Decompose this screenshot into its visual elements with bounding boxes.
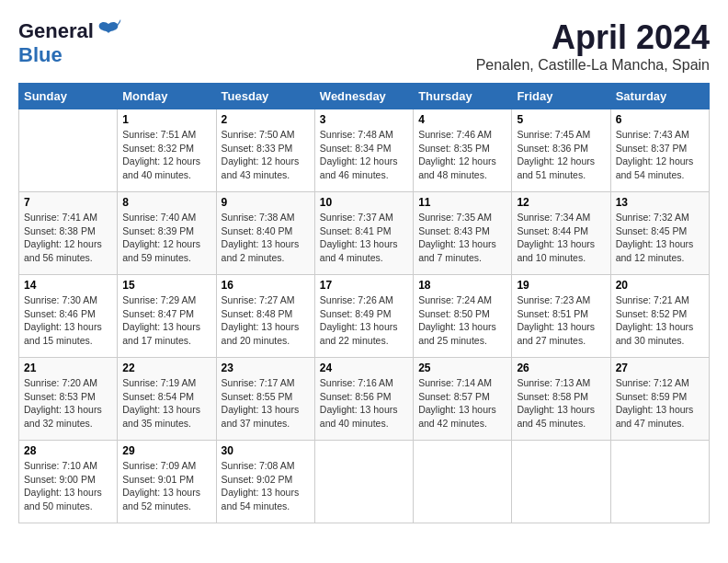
day-info: Sunrise: 7:27 AM Sunset: 8:48 PM Dayligh… bbox=[222, 293, 310, 348]
calendar-week-row: 28Sunrise: 7:10 AM Sunset: 9:00 PM Dayli… bbox=[19, 441, 710, 523]
table-row: 4Sunrise: 7:46 AM Sunset: 8:35 PM Daylig… bbox=[414, 109, 512, 192]
table-row: 29Sunrise: 7:09 AM Sunset: 9:01 PM Dayli… bbox=[118, 441, 216, 523]
table-row: 1Sunrise: 7:51 AM Sunset: 8:32 PM Daylig… bbox=[118, 109, 216, 192]
col-tuesday: Tuesday bbox=[216, 84, 314, 109]
day-number: 20 bbox=[616, 279, 704, 292]
day-info: Sunrise: 7:17 AM Sunset: 8:55 PM Dayligh… bbox=[222, 376, 310, 431]
table-row: 23Sunrise: 7:17 AM Sunset: 8:55 PM Dayli… bbox=[216, 358, 314, 441]
table-row: 18Sunrise: 7:24 AM Sunset: 8:50 PM Dayli… bbox=[414, 275, 512, 358]
day-number: 27 bbox=[616, 362, 704, 374]
col-friday: Friday bbox=[512, 84, 610, 109]
day-info: Sunrise: 7:45 AM Sunset: 8:36 PM Dayligh… bbox=[517, 128, 605, 182]
day-number: 11 bbox=[418, 196, 506, 209]
day-number: 9 bbox=[222, 196, 310, 209]
day-info: Sunrise: 7:24 AM Sunset: 8:50 PM Dayligh… bbox=[418, 293, 506, 348]
day-number: 1 bbox=[122, 113, 210, 126]
day-info: Sunrise: 7:32 AM Sunset: 8:45 PM Dayligh… bbox=[616, 211, 704, 265]
calendar-week-row: 14Sunrise: 7:30 AM Sunset: 8:46 PM Dayli… bbox=[19, 275, 710, 358]
day-info: Sunrise: 7:30 AM Sunset: 8:46 PM Dayligh… bbox=[24, 293, 112, 348]
day-number: 4 bbox=[418, 113, 506, 126]
table-row bbox=[314, 441, 413, 523]
table-row: 8Sunrise: 7:40 AM Sunset: 8:39 PM Daylig… bbox=[118, 192, 216, 275]
day-info: Sunrise: 7:37 AM Sunset: 8:41 PM Dayligh… bbox=[320, 211, 408, 265]
day-number: 22 bbox=[122, 362, 210, 374]
day-number: 2 bbox=[222, 113, 310, 126]
table-row bbox=[610, 441, 709, 523]
table-row: 28Sunrise: 7:10 AM Sunset: 9:00 PM Dayli… bbox=[19, 441, 118, 523]
table-row: 5Sunrise: 7:45 AM Sunset: 8:36 PM Daylig… bbox=[512, 109, 610, 192]
logo-bird-icon bbox=[96, 18, 121, 44]
day-info: Sunrise: 7:40 AM Sunset: 8:39 PM Dayligh… bbox=[122, 211, 210, 265]
day-info: Sunrise: 7:13 AM Sunset: 8:58 PM Dayligh… bbox=[517, 376, 605, 431]
table-row: 25Sunrise: 7:14 AM Sunset: 8:57 PM Dayli… bbox=[414, 358, 512, 441]
table-row: 9Sunrise: 7:38 AM Sunset: 8:40 PM Daylig… bbox=[216, 192, 314, 275]
day-number: 25 bbox=[418, 362, 506, 374]
day-info: Sunrise: 7:34 AM Sunset: 8:44 PM Dayligh… bbox=[517, 211, 605, 265]
title-area: April 2024 Penalen, Castille-La Mancha, … bbox=[476, 18, 710, 74]
logo-blue: Blue bbox=[18, 44, 63, 66]
table-row: 6Sunrise: 7:43 AM Sunset: 8:37 PM Daylig… bbox=[610, 109, 709, 192]
page-header: General Blue April 2024 Penalen, Castill… bbox=[18, 18, 710, 74]
day-info: Sunrise: 7:20 AM Sunset: 8:53 PM Dayligh… bbox=[24, 376, 112, 431]
day-number: 29 bbox=[122, 444, 210, 457]
day-info: Sunrise: 7:29 AM Sunset: 8:47 PM Dayligh… bbox=[122, 293, 210, 348]
day-number: 15 bbox=[122, 279, 210, 292]
col-saturday: Saturday bbox=[610, 84, 709, 109]
table-row: 17Sunrise: 7:26 AM Sunset: 8:49 PM Dayli… bbox=[314, 275, 413, 358]
day-number: 17 bbox=[320, 279, 408, 292]
calendar-table: Sunday Monday Tuesday Wednesday Thursday… bbox=[18, 83, 710, 523]
day-number: 26 bbox=[517, 362, 605, 374]
col-thursday: Thursday bbox=[414, 84, 512, 109]
table-row: 16Sunrise: 7:27 AM Sunset: 8:48 PM Dayli… bbox=[216, 275, 314, 358]
day-number: 30 bbox=[222, 444, 310, 457]
calendar-week-row: 1Sunrise: 7:51 AM Sunset: 8:32 PM Daylig… bbox=[19, 109, 710, 192]
day-number: 5 bbox=[517, 113, 605, 126]
table-row: 27Sunrise: 7:12 AM Sunset: 8:59 PM Dayli… bbox=[610, 358, 709, 441]
table-row: 15Sunrise: 7:29 AM Sunset: 8:47 PM Dayli… bbox=[118, 275, 216, 358]
table-row bbox=[19, 109, 118, 192]
day-info: Sunrise: 7:35 AM Sunset: 8:43 PM Dayligh… bbox=[418, 211, 506, 265]
table-row: 24Sunrise: 7:16 AM Sunset: 8:56 PM Dayli… bbox=[314, 358, 413, 441]
day-number: 8 bbox=[122, 196, 210, 209]
logo: General Blue bbox=[18, 18, 121, 66]
table-row bbox=[512, 441, 610, 523]
day-info: Sunrise: 7:43 AM Sunset: 8:37 PM Dayligh… bbox=[616, 128, 704, 182]
table-row: 10Sunrise: 7:37 AM Sunset: 8:41 PM Dayli… bbox=[314, 192, 413, 275]
day-info: Sunrise: 7:16 AM Sunset: 8:56 PM Dayligh… bbox=[320, 376, 408, 431]
table-row: 11Sunrise: 7:35 AM Sunset: 8:43 PM Dayli… bbox=[414, 192, 512, 275]
calendar-week-row: 7Sunrise: 7:41 AM Sunset: 8:38 PM Daylig… bbox=[19, 192, 710, 275]
day-number: 14 bbox=[24, 279, 112, 292]
table-row: 12Sunrise: 7:34 AM Sunset: 8:44 PM Dayli… bbox=[512, 192, 610, 275]
day-number: 10 bbox=[320, 196, 408, 209]
day-number: 7 bbox=[24, 196, 112, 209]
day-number: 21 bbox=[24, 362, 112, 374]
day-number: 23 bbox=[222, 362, 310, 374]
day-number: 6 bbox=[616, 113, 704, 126]
calendar-week-row: 21Sunrise: 7:20 AM Sunset: 8:53 PM Dayli… bbox=[19, 358, 710, 441]
col-wednesday: Wednesday bbox=[314, 84, 413, 109]
day-number: 18 bbox=[418, 279, 506, 292]
table-row: 26Sunrise: 7:13 AM Sunset: 8:58 PM Dayli… bbox=[512, 358, 610, 441]
day-info: Sunrise: 7:26 AM Sunset: 8:49 PM Dayligh… bbox=[320, 293, 408, 348]
day-info: Sunrise: 7:09 AM Sunset: 9:01 PM Dayligh… bbox=[122, 459, 210, 513]
day-info: Sunrise: 7:14 AM Sunset: 8:57 PM Dayligh… bbox=[418, 376, 506, 431]
col-sunday: Sunday bbox=[19, 84, 118, 109]
day-info: Sunrise: 7:21 AM Sunset: 8:52 PM Dayligh… bbox=[616, 293, 704, 348]
calendar-header-row: Sunday Monday Tuesday Wednesday Thursday… bbox=[19, 84, 710, 109]
day-number: 12 bbox=[517, 196, 605, 209]
table-row: 7Sunrise: 7:41 AM Sunset: 8:38 PM Daylig… bbox=[19, 192, 118, 275]
day-number: 28 bbox=[24, 444, 112, 457]
day-info: Sunrise: 7:38 AM Sunset: 8:40 PM Dayligh… bbox=[222, 211, 310, 265]
table-row: 2Sunrise: 7:50 AM Sunset: 8:33 PM Daylig… bbox=[216, 109, 314, 192]
table-row: 22Sunrise: 7:19 AM Sunset: 8:54 PM Dayli… bbox=[118, 358, 216, 441]
day-info: Sunrise: 7:19 AM Sunset: 8:54 PM Dayligh… bbox=[122, 376, 210, 431]
day-number: 3 bbox=[320, 113, 408, 126]
logo-general: General bbox=[18, 20, 94, 42]
table-row: 19Sunrise: 7:23 AM Sunset: 8:51 PM Dayli… bbox=[512, 275, 610, 358]
day-info: Sunrise: 7:12 AM Sunset: 8:59 PM Dayligh… bbox=[616, 376, 704, 431]
month-title: April 2024 bbox=[476, 18, 710, 57]
day-number: 19 bbox=[517, 279, 605, 292]
day-info: Sunrise: 7:51 AM Sunset: 8:32 PM Dayligh… bbox=[122, 128, 210, 182]
day-info: Sunrise: 7:41 AM Sunset: 8:38 PM Dayligh… bbox=[24, 211, 112, 265]
day-info: Sunrise: 7:48 AM Sunset: 8:34 PM Dayligh… bbox=[320, 128, 408, 182]
